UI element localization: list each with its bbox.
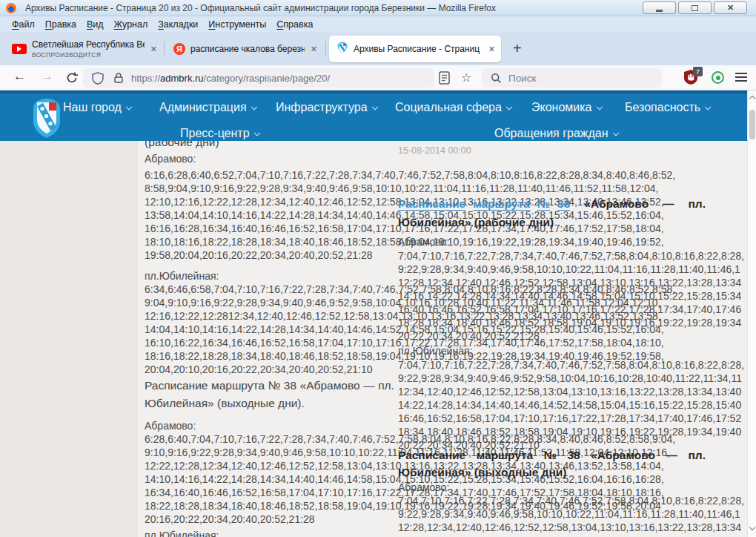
schedule-times-line: 20:04,20:10,20:16,20:22,20:34,20:40,20:5…: [145, 363, 373, 376]
yandex-icon: Я: [173, 43, 185, 55]
city-coat-of-arms-logo[interactable]: [31, 98, 62, 142]
url-bar[interactable]: https://admbrk.ru/category/raspisanie/pa…: [83, 68, 434, 88]
search-placeholder: Поиск: [508, 73, 536, 84]
chevron-down-icon: [705, 104, 711, 110]
schedule-times-line: 14:22,14:28,14:34,14:40,14:46,14:52,14:5…: [398, 398, 741, 412]
reader-mode-icon[interactable]: [439, 71, 450, 85]
menu-item-вид[interactable]: Вид: [87, 19, 104, 30]
app-menu-icon[interactable]: [735, 73, 747, 82]
restore-button[interactable]: [678, 1, 712, 14]
schedule-times-line: 6:16,6:28,6:40,6:52,7:04,7:10,7:16,7:22,…: [145, 168, 675, 182]
schedule-post-link[interactable]: Расписаниемаршрута№38: [398, 197, 570, 211]
schedule-stop-label: Абрамово:: [398, 481, 449, 494]
nav-link[interactable]: Обращения граждан: [494, 127, 618, 140]
scroll-up-icon[interactable]: [749, 96, 755, 102]
schedule-times-line: 8:58,9:04,9:10,9:16,9:22,9:28,9:34,9:40,…: [145, 182, 658, 195]
schedule-stop-label: Абрамово:: [145, 419, 196, 432]
nav-link[interactable]: Социальная сфера: [395, 101, 511, 114]
tab-youtube[interactable]: Светлейшая Республика Вене ВОСПРОИЗВОДИТ…: [6, 36, 163, 62]
schedule-times-line: 7:04,7:10,7:16,7:22,7:28,7:34,7:40,7:46,…: [398, 358, 744, 372]
title-bar: Архивы Расписание - Страница 20 из 20 - …: [0, 0, 756, 16]
chevron-down-icon: [506, 104, 512, 110]
menu-item-файл[interactable]: Файл: [12, 19, 35, 30]
schedule-times-line: 20:22,20:34,20:40,20:52,21:28: [398, 329, 540, 343]
nav-link[interactable]: Безопасность: [625, 101, 710, 114]
schedule-times-line: 14:16,14:22,14:28,14:34,14:40,14:46,14:5…: [398, 534, 741, 537]
schedule-stop-label: пл.Юбилейная:: [145, 269, 219, 283]
nav-link[interactable]: Администрация: [159, 101, 256, 114]
chevron-down-icon: [371, 104, 377, 110]
bookmark-star-icon[interactable]: ☆: [461, 70, 471, 85]
tab-active-raspisanie[interactable]: Архивы Расписание - Страниц ✕: [329, 36, 501, 62]
schedule-times-line: 9:22,9:28,9:34,9:40,9:46,9:58,10:10,10:2…: [398, 263, 740, 276]
forward-button[interactable]: →: [41, 69, 53, 84]
adblock-badge: 7: [693, 67, 703, 76]
tab-close-icon[interactable]: ✕: [145, 45, 163, 54]
close-button[interactable]: ✕: [714, 1, 747, 14]
chevron-down-icon: [253, 130, 259, 136]
reload-button[interactable]: [65, 71, 79, 85]
extension-record-icon[interactable]: [712, 71, 724, 84]
menu-item-закладки[interactable]: Закладки: [158, 19, 198, 30]
tracking-protection-shield-icon[interactable]: [92, 72, 104, 85]
scrollbar-thumb[interactable]: [749, 110, 755, 139]
schedule-heading-with-link: Расписаниемаршрута№38«Абрамово—пл.: [398, 197, 706, 211]
tab-title: Архивы Расписание - Страниц: [354, 44, 483, 54]
youtube-icon: [12, 44, 27, 54]
schedule-heading-text: Юбилейная» (выходные дни): [398, 466, 567, 479]
schedule-times-line: 12:28,12:34,12:40,12:46,12:52,12:58,13:0…: [398, 521, 741, 534]
tab-close-icon[interactable]: ✕: [305, 45, 323, 54]
window-title: Архивы Расписание - Страница 20 из 20 - …: [25, 3, 496, 13]
schedule-heading-justified: Расписаниемаршрута№38«Абрамово—пл.: [398, 449, 706, 462]
schedule-times-line: 19:58,20:04,20:16,20:22,20:34,20:40,20:5…: [145, 248, 373, 262]
tab-separator: [164, 42, 165, 56]
page-scrollbar[interactable]: [747, 90, 756, 537]
schedule-times-line: 9:22,9:28,9:34,9:40,9:46,9:52,9:58,10:04…: [398, 372, 742, 385]
schedule-heading-justified: Расписаниемаршрута№38«Абрамово—пл.: [145, 379, 394, 392]
menu-item-справка[interactable]: Справка: [276, 19, 313, 30]
nav-link[interactable]: Инфраструктура: [276, 101, 377, 114]
menu-bar: ФайлПравкаВидЖурналЗакладкиИнструментыСп…: [0, 16, 756, 33]
schedule-times-line: 18:34,18:40,18:46,18:52,18:58,19:04,19:1…: [398, 425, 741, 438]
chevron-down-icon: [596, 104, 602, 110]
firefox-icon: [6, 3, 16, 13]
url-text: https://admbrk.ru/category/raspisanie/pa…: [131, 73, 330, 84]
browser-window: Архивы Расписание - Страница 20 из 20 - …: [0, 0, 756, 537]
menu-item-инструменты[interactable]: Инструменты: [208, 19, 266, 30]
scroll-down-icon[interactable]: [749, 524, 755, 530]
tab-close-icon[interactable]: ✕: [483, 45, 501, 54]
schedule-times-line: 12:28,12:34,12:40,12:46,12:52,12:58,13:0…: [398, 276, 741, 289]
schedule-stop-label: Абрамово:: [145, 152, 196, 165]
back-button[interactable]: ←: [13, 69, 26, 84]
schedule-times-line: 14:16,14:22,14:28,14:34,14:40,14:46,14:5…: [398, 289, 741, 303]
schedule-times-line: 20:16,20:22,20:34,20:40,20:52,21:28: [145, 513, 315, 526]
minimize-icon: [656, 10, 663, 12]
restore-icon: [692, 5, 698, 11]
tab-title: расписание чкалова березник: [190, 44, 305, 54]
navigation-toolbar: ← → https://admbrk.ru/category/raspisani…: [0, 65, 756, 90]
schedule-times-line: 16:46,16:52,16:58,17:04,17:10,17:16,17:2…: [398, 412, 741, 425]
schedule-stop-label: Абрамово:: [398, 235, 449, 248]
schedule-times-line: 12:34,12:40,12:46,12:52,12:58,13:04,13:1…: [398, 385, 741, 398]
nav-link[interactable]: Экономика: [531, 101, 602, 114]
lock-icon[interactable]: [113, 72, 125, 84]
new-tab-button[interactable]: +: [513, 40, 522, 57]
schedule-times-line: 7:04,7:10,7:16,7:22,7:28,7:34,7:40,7:46,…: [398, 494, 744, 507]
schedule-heading-text: Юбилейная» (выходные дни).: [145, 397, 305, 410]
schedule-stop-label: пл.Юбилейная:: [145, 529, 219, 537]
nav-link[interactable]: Наш город: [63, 101, 131, 114]
schedule-times-line: 18:28,18:34,18:40,18:46,18:52,18:58,19:0…: [398, 316, 741, 329]
chevron-down-icon: [612, 130, 618, 136]
tab-yandex[interactable]: Я расписание чкалова березник ✕: [168, 36, 323, 62]
search-box[interactable]: Поиск: [482, 68, 662, 88]
tab-title: Светлейшая Республика Вене: [32, 39, 145, 50]
tab-bar: Светлейшая Республика Вене ВОСПРОИЗВОДИТ…: [0, 33, 756, 65]
post-timestamp: 15-08-2014 00:00: [398, 144, 471, 157]
minimize-button[interactable]: [643, 1, 676, 14]
menu-item-журнал[interactable]: Журнал: [114, 19, 148, 30]
schedule-stop-label: пл.Юбилейная:: [398, 344, 472, 358]
adblock-icon[interactable]: 7: [683, 69, 698, 88]
nav-link[interactable]: Пресс-центр: [180, 127, 259, 140]
menu-item-правка[interactable]: Правка: [45, 19, 76, 30]
chevron-down-icon: [126, 104, 132, 110]
